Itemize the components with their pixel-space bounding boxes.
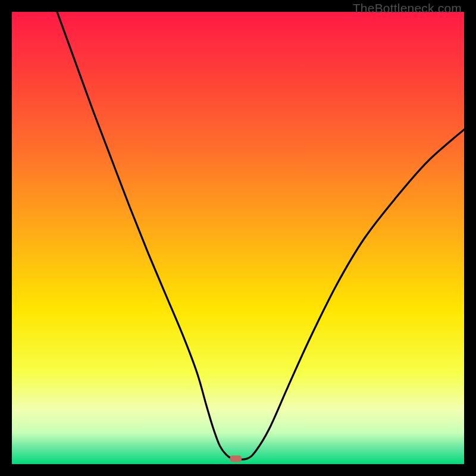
bottleneck-chart xyxy=(12,12,464,464)
watermark-text: TheBottleneck.com xyxy=(353,1,462,15)
chart-frame xyxy=(12,12,464,464)
optimal-marker xyxy=(230,455,242,462)
chart-background xyxy=(12,12,464,464)
